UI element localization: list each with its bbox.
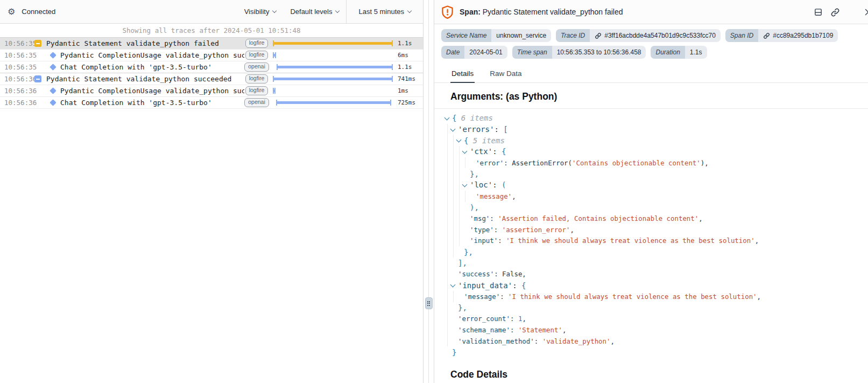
scope-badge: openai <box>244 62 269 72</box>
visibility-dropdown[interactable]: Visibility <box>237 0 284 23</box>
meta-badge-value[interactable]: #3ff16acbdde4a547b01d9c9c533fcc70 <box>590 29 721 42</box>
code-text: 'msg': 'Assertion failed, Contains objec… <box>440 214 703 222</box>
warn-level-icon <box>34 40 41 47</box>
meta-badge-value: unknown_service <box>491 29 551 42</box>
indent-guide <box>447 213 448 224</box>
indent-guide <box>465 191 465 202</box>
indent-guide <box>459 202 460 213</box>
indent-guide <box>453 202 454 213</box>
code-line: 'input': 'I think we should always treat… <box>440 235 868 247</box>
indent-guide <box>453 224 454 235</box>
traces-banner: Showing all traces after 2024-05-01 10:5… <box>0 24 423 37</box>
scope-badge-cell: openai <box>244 62 269 72</box>
trace-timestamp: 10:56:35 <box>0 51 30 59</box>
trace-mark <box>30 40 41 47</box>
indent-guide <box>453 235 454 247</box>
meta-badge-label: Date <box>441 46 464 59</box>
link-icon[interactable] <box>830 8 840 17</box>
indent-guide <box>447 124 448 135</box>
code-text: 'errors': [ <box>440 125 508 134</box>
indent-guide <box>447 146 448 157</box>
trace-row[interactable]: 10:56:35Chat Completion with 'gpt-3.5-tu… <box>0 61 423 73</box>
trace-timestamp: 10:56:35 <box>0 63 30 71</box>
indent-guide <box>459 168 460 179</box>
trace-mark <box>30 53 55 58</box>
duration-bar <box>273 78 392 80</box>
indent-guide <box>447 135 448 146</box>
panel-splitter[interactable] <box>424 0 434 383</box>
code-line: 'input_data': { <box>440 280 868 291</box>
split-view-icon[interactable] <box>814 8 823 17</box>
indent-guide <box>453 213 454 224</box>
trace-label: Pydantic CompletionUsage validate_python… <box>60 51 244 59</box>
indent-guide <box>465 157 465 169</box>
app-root: ⚙ Connected Visibility Default levels La… <box>0 0 868 383</box>
indent-guide <box>453 291 454 302</box>
trace-row[interactable]: 10:56:36Pydantic Statement validate_pyth… <box>0 73 423 85</box>
code-text: } <box>440 348 456 357</box>
trace-label: Pydantic Statement validate_python succe… <box>46 75 244 83</box>
code-text: }, <box>440 248 473 256</box>
duration-timeline <box>273 50 393 61</box>
span-header: Span: Pydantic Statement validate_python… <box>434 0 868 24</box>
duration-label: 1.1s <box>393 40 423 47</box>
scope-badge-cell: openai <box>244 98 269 107</box>
meta-badge-value[interactable]: #cc89a295db1b7109 <box>758 29 838 42</box>
code-details-heading: Code Details <box>434 369 868 380</box>
duration-label: 741ms <box>393 75 423 82</box>
trace-list-empty-area <box>0 109 423 383</box>
trace-label: Chat Completion with 'gpt-3.5-turbo' <box>60 99 244 107</box>
splitter-grip-handle[interactable] <box>425 297 433 309</box>
tab-details[interactable]: Details <box>450 67 475 83</box>
trace-row[interactable]: 10:56:35Pydantic Statement validate_pyth… <box>0 37 423 49</box>
trace-row[interactable]: 10:56:36Chat Completion with 'gpt-3.5-tu… <box>0 96 423 108</box>
code-line: { 5 items <box>440 135 868 146</box>
indent-guide <box>453 191 454 202</box>
code-text: 'message': 'I think we should always tre… <box>440 293 761 301</box>
duration-timeline <box>273 73 393 85</box>
indent-guide <box>447 257 448 269</box>
code-text: }, <box>440 303 467 312</box>
code-text: 'error_count': 1, <box>440 315 526 323</box>
indent-guide <box>447 280 448 291</box>
scope-badge-cell: logfire <box>244 39 269 48</box>
meta-badge-label: Duration <box>651 46 684 59</box>
link-icon <box>595 32 602 39</box>
indent-guide <box>459 191 460 202</box>
indent-guide <box>459 157 460 169</box>
time-range-dropdown[interactable]: Last 5 minutes <box>346 0 423 23</box>
duration-label: 725ms <box>393 99 423 106</box>
duration-timeline <box>273 85 393 97</box>
meta-badge-label: Time span <box>512 46 552 59</box>
close-icon[interactable] <box>864 8 868 17</box>
trace-row[interactable]: 10:56:36Pydantic CompletionUsage validat… <box>0 85 423 96</box>
code-text: 'success': False, <box>440 270 526 278</box>
default-levels-dropdown[interactable]: Default levels <box>283 0 346 23</box>
span-meta: Service Nameunknown_serviceTrace ID#3ff1… <box>434 24 868 64</box>
scope-badge-cell: logfire <box>244 86 269 95</box>
tab-raw-data[interactable]: Raw Data <box>489 67 523 82</box>
trace-list-panel: ⚙ Connected Visibility Default levels La… <box>0 0 424 383</box>
trace-row[interactable]: 10:56:35Pydantic CompletionUsage validat… <box>0 49 423 61</box>
indent-guide <box>447 269 448 280</box>
indent-guide <box>447 336 448 347</box>
indent-guide <box>447 246 448 257</box>
meta-badge-label: Span ID <box>725 29 758 42</box>
indent-guide <box>453 179 454 191</box>
code-tree: { 6 items'errors': [{ 5 items'ctx': {'er… <box>434 109 868 360</box>
indent-guide <box>447 313 448 324</box>
code-line: ], <box>440 257 868 269</box>
indent-guide <box>447 168 448 179</box>
code-line: } <box>440 346 868 358</box>
scope-badge: logfire <box>245 39 269 48</box>
indent-guide <box>447 302 448 314</box>
duration-bar <box>273 54 276 57</box>
trace-mark <box>30 88 55 93</box>
child-span-diamond-icon <box>50 52 57 59</box>
gear-icon[interactable]: ⚙ <box>8 8 15 16</box>
trace-timestamp: 10:56:36 <box>0 99 30 107</box>
indent-guide <box>447 157 448 169</box>
trace-label: Chat Completion with 'gpt-3.5-turbo' <box>60 63 244 71</box>
duration-bar <box>273 89 275 92</box>
meta-badge-value: 1.1s <box>685 46 707 59</box>
